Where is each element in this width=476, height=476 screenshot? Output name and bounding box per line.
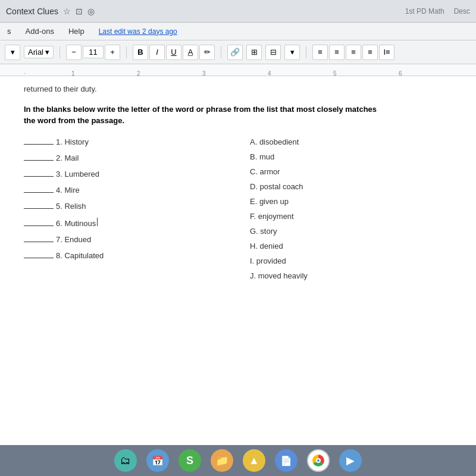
word-1: 1. History xyxy=(56,137,89,146)
word-6: 6. Mutinous xyxy=(56,219,96,228)
link-btn[interactable]: 🔗 xyxy=(227,45,243,60)
more-btn[interactable]: ▾ xyxy=(284,45,300,60)
document-area: returned to their duty. In the blanks be… xyxy=(0,76,476,445)
toolbar: ▾ Arial ▾ − 11 + B I U A ✏ 🔗 ⊞ ⊟ ▾ ≡ ≡ ≡… xyxy=(0,40,476,64)
page-title: Context Clues xyxy=(6,7,58,16)
instruction-content: In the blanks below write the letter of … xyxy=(24,105,377,126)
blank-8 xyxy=(24,258,54,258)
list-item: 6. Mutinous xyxy=(24,218,226,228)
taskbar: 🗂 📅 S 📁 ▲ 📄 ▶ xyxy=(0,445,476,476)
font-name: Arial xyxy=(28,48,43,57)
underline-btn[interactable]: U xyxy=(166,45,181,60)
doc-top-text: returned to their duty. xyxy=(24,83,452,95)
calendar-icon[interactable]: 📅 xyxy=(146,449,169,472)
word-7: 7. Endued xyxy=(56,235,91,244)
answer-j: J. moved heavily xyxy=(250,271,452,280)
answer-g: G. story xyxy=(250,227,452,236)
font-selector[interactable]: Arial ▾ xyxy=(24,46,54,58)
list-item: 3. Lumbered xyxy=(24,170,226,178)
blank-2 xyxy=(24,160,54,161)
chrome-icon[interactable] xyxy=(307,449,330,472)
font-size-control: − 11 + xyxy=(66,45,120,60)
menu-bar: s Add-ons Help Last edit was 2 days ago xyxy=(0,23,476,40)
last-edit-label: Last edit was 2 days ago xyxy=(96,26,180,37)
comment-btn[interactable]: ⊞ xyxy=(246,45,262,60)
answer-e: E. given up xyxy=(250,197,452,206)
word-5: 5. Relish xyxy=(56,202,86,211)
blank-7 xyxy=(24,242,54,242)
word-2: 2. Mail xyxy=(56,154,79,162)
word-3: 3. Lumbered xyxy=(56,170,99,178)
drive-icon[interactable]: ▲ xyxy=(243,449,265,472)
answer-list: A. disobedient B. mud C. armor D. postal… xyxy=(250,137,452,286)
instruction-text: In the blanks below write the letter of … xyxy=(24,104,452,127)
highlight-btn[interactable]: ✏ xyxy=(199,45,215,60)
font-color-btn[interactable]: A xyxy=(183,45,198,60)
font-size-display[interactable]: 11 xyxy=(83,46,104,58)
blank-5 xyxy=(24,208,54,209)
blank-4 xyxy=(24,192,54,193)
align-left-btn[interactable]: ≡ xyxy=(312,45,328,60)
answer-a: A. disobedient xyxy=(250,137,452,146)
bullet-list-btn[interactable]: ▾ xyxy=(5,45,20,60)
word-4: 4. Mire xyxy=(56,186,80,195)
answer-h: H. denied xyxy=(250,242,452,250)
text-cursor xyxy=(97,218,98,226)
font-size-increase-btn[interactable]: + xyxy=(105,45,120,60)
separator-1 xyxy=(60,46,60,58)
answer-c: C. armor xyxy=(250,167,452,176)
answer-i: I. provided xyxy=(250,256,452,265)
slides-icon[interactable]: S xyxy=(178,449,201,472)
list-item: 1. History xyxy=(24,137,226,146)
align-buttons: ≡ ≡ ≡ ≡ I≡ xyxy=(312,45,394,60)
menu-help[interactable]: Help xyxy=(66,26,87,37)
cast-icon[interactable]: ▶ xyxy=(339,449,362,472)
document-page[interactable]: returned to their duty. In the blanks be… xyxy=(0,76,476,445)
blank-6 xyxy=(24,226,54,226)
separator-2 xyxy=(126,46,127,58)
word-list: 1. History 2. Mail 3. Lumbered 4. Mire xyxy=(24,137,226,286)
desc-label: Desc xyxy=(454,7,470,15)
blank-1 xyxy=(24,144,54,145)
ruler: · 1 2 3 4 5 6 xyxy=(0,64,476,76)
italic-btn[interactable]: I xyxy=(149,45,165,60)
bold-btn[interactable]: B xyxy=(133,45,148,60)
chevron-down-icon: ▾ xyxy=(45,48,49,57)
docs-icon[interactable]: 📄 xyxy=(275,449,298,472)
line-spacing-btn[interactable]: I≡ xyxy=(379,45,394,60)
separator-3 xyxy=(221,46,221,58)
align-justify-btn[interactable]: ≡ xyxy=(362,45,378,60)
answer-d: D. postal coach xyxy=(250,182,452,191)
files-icon[interactable]: 🗂 xyxy=(114,449,137,472)
answer-b: B. mud xyxy=(250,152,452,161)
browser-top-bar: Context Clues ☆ ⊡ ◎ 1st PD Math Desc xyxy=(0,0,476,23)
font-size-decrease-btn[interactable]: − xyxy=(66,45,82,60)
blank-3 xyxy=(24,176,54,177)
list-item: 2. Mail xyxy=(24,154,226,162)
format-buttons: B I U A ✏ xyxy=(133,45,215,60)
folder-icon[interactable]: 📁 xyxy=(211,449,233,472)
separator-4 xyxy=(306,46,306,58)
list-item: 5. Relish xyxy=(24,202,226,211)
menu-s[interactable]: s xyxy=(5,26,14,37)
bookmark-icon[interactable]: ⊡ xyxy=(76,7,83,16)
align-right-btn[interactable]: ≡ xyxy=(346,45,361,60)
star-icon[interactable]: ☆ xyxy=(63,7,71,16)
list-item: 7. Endued xyxy=(24,235,226,244)
exercise-container: 1. History 2. Mail 3. Lumbered 4. Mire xyxy=(24,137,452,286)
image-btn[interactable]: ⊟ xyxy=(265,45,281,60)
align-center-btn[interactable]: ≡ xyxy=(329,45,345,60)
browser-label: 1st PD Math xyxy=(405,7,444,15)
menu-addons[interactable]: Add-ons xyxy=(23,26,57,37)
list-item: 8. Capitulated xyxy=(24,251,226,260)
list-item: 4. Mire xyxy=(24,186,226,195)
word-8: 8. Capitulated xyxy=(56,251,104,260)
answer-f: F. enjoyment xyxy=(250,212,452,221)
history-icon[interactable]: ◎ xyxy=(87,7,95,16)
